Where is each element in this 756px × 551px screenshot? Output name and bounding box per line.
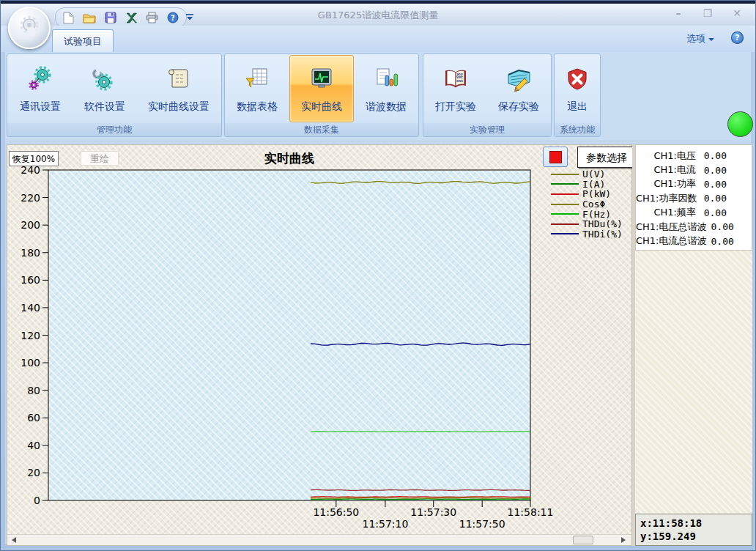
harmonic-data-icon <box>373 65 399 93</box>
app-menu-orb[interactable] <box>8 7 51 49</box>
reading-label: CH1:功率因数 <box>636 192 697 205</box>
svg-text:220: 220 <box>21 192 40 204</box>
ribbon-help-icon[interactable]: ? <box>731 32 744 44</box>
group-label-data-acquisition: 数据采集 <box>225 123 418 136</box>
horizontal-scrollbar[interactable] <box>7 534 631 545</box>
button-realtime-curve-settings[interactable]: 实时曲线设置 <box>137 56 220 122</box>
reading-value: 0.00 <box>696 207 727 218</box>
legend-label: THDi(%) <box>582 229 623 240</box>
scrollbar-thumb[interactable] <box>573 536 593 544</box>
new-document-icon[interactable] <box>63 12 74 24</box>
svg-text:40: 40 <box>27 440 40 451</box>
button-harmonic-data[interactable]: 谐波数据 <box>354 56 418 122</box>
status-indicator <box>727 111 753 137</box>
reading-label: CH1:功率 <box>636 177 696 191</box>
legend-swatch <box>551 204 579 205</box>
reading-value: 0.00 <box>696 179 727 190</box>
print-icon[interactable] <box>146 12 158 23</box>
ribbon-group-experiment: JKU VYC XSS 打开实验 <box>423 53 552 137</box>
reading-value: 0.00 <box>697 193 727 204</box>
svg-text:11:58:11: 11:58:11 <box>508 506 554 518</box>
close-button[interactable]: ✕ <box>727 7 746 20</box>
button-software-settings[interactable]: 软件设置 <box>73 56 137 122</box>
scroll-right-arrow-icon[interactable] <box>621 537 626 543</box>
reading-label: CH1:电压 <box>636 149 696 163</box>
group-label-management: 管理功能 <box>7 123 221 136</box>
plot-area[interactable] <box>49 171 530 500</box>
reading-row: CH1:功率0.00 <box>636 177 752 191</box>
curve-settings-icon <box>166 65 192 93</box>
legend-item: CosΦ <box>551 199 636 210</box>
svg-text:0: 0 <box>34 495 40 506</box>
svg-text:11:57:30: 11:57:30 <box>410 506 456 518</box>
reading-row: CH1:电压总谐波0.00 <box>636 220 752 234</box>
reading-value: 0.00 <box>696 150 727 161</box>
cursor-x: x:11:58:18 <box>640 517 747 530</box>
chart-title: 实时曲线 <box>48 150 530 167</box>
svg-text:180: 180 <box>21 247 40 259</box>
button-exit[interactable]: 退出 <box>556 56 598 122</box>
ribbon-tab-row: 试验项目 选项 ? <box>1 26 755 52</box>
svg-text:80: 80 <box>27 385 40 396</box>
button-label: 实时曲线 <box>301 100 342 114</box>
button-save-experiment[interactable]: 保存实验 <box>487 56 550 122</box>
svg-text:11:57:50: 11:57:50 <box>459 518 505 530</box>
tab-test-project[interactable]: 试验项目 <box>52 29 114 53</box>
open-folder-icon[interactable] <box>83 12 96 23</box>
reading-row: CH1:电流0.00 <box>636 163 752 177</box>
help-icon[interactable]: ? <box>167 12 179 23</box>
svg-text:11:56:50: 11:56:50 <box>313 506 359 518</box>
gears-icon <box>27 65 53 93</box>
cursor-coordinates-panel: x:11:58:18 y:159.249 <box>635 514 752 546</box>
ribbon-group-management: 通讯设置 软件设置 <box>7 53 222 137</box>
save-icon[interactable] <box>105 12 116 23</box>
legend-item: THDu(%) <box>551 219 636 229</box>
svg-text:60: 60 <box>27 412 40 424</box>
scroll-left-arrow-icon[interactable] <box>12 537 16 543</box>
main-content: 24022020018016014012010080604020011:56:5… <box>5 140 751 544</box>
button-communication-settings[interactable]: 通讯设置 <box>8 56 73 122</box>
legend-item: I(A) <box>551 180 636 190</box>
options-label: 选项 <box>686 32 705 45</box>
legend-swatch <box>551 223 579 225</box>
reading-row: CH1:电流总谐波0.00 <box>636 234 752 248</box>
legend-swatch <box>551 174 579 175</box>
legend-item: U(V) <box>551 169 636 180</box>
open-experiment-icon: JKU VYC XSS <box>442 65 469 93</box>
parameter-select-button[interactable]: 参数选择 <box>577 147 636 168</box>
reading-value: 0.00 <box>696 165 727 176</box>
ribbon-group-system: 退出 系统功能 <box>554 53 601 137</box>
button-label: 谐波数据 <box>366 100 407 114</box>
button-open-experiment[interactable]: JKU VYC XSS 打开实验 <box>424 56 487 122</box>
svg-text:11:57:10: 11:57:10 <box>362 518 408 530</box>
reading-value: 0.00 <box>707 221 734 232</box>
legend-item: THDi(%) <box>551 229 636 240</box>
legend-item: P(kW) <box>551 189 636 199</box>
chart-legend: U(V) I(A) P(kW) CosΦ F(Hz) THDu(%) THDi(… <box>551 169 636 239</box>
data-table-icon <box>244 65 270 93</box>
stop-square-icon <box>549 151 562 163</box>
side-panel-background <box>635 251 752 514</box>
ribbon-group-data-acquisition: 数据表格 实时曲线 <box>224 53 419 137</box>
reading-label: CH1:电流总谐波 <box>636 234 707 248</box>
reading-row: CH1:电压0.00 <box>636 149 752 163</box>
button-data-table[interactable]: 数据表格 <box>225 56 289 122</box>
reading-label: CH1:电压总谐波 <box>636 221 707 234</box>
reading-row: CH1:功率因数0.00 <box>636 191 752 205</box>
realtime-curve-panel: 24022020018016014012010080604020011:56:5… <box>7 144 632 546</box>
svg-text:?: ? <box>171 14 175 22</box>
maximize-button[interactable]: ❐ <box>698 7 717 20</box>
stop-button[interactable] <box>543 147 568 167</box>
excel-export-icon[interactable] <box>125 12 137 23</box>
button-label: 打开实验 <box>435 100 476 114</box>
options-menu[interactable]: 选项 <box>686 32 714 45</box>
realtime-curve-icon <box>308 65 335 93</box>
button-label: 数据表格 <box>237 100 278 114</box>
minimize-button[interactable]: – <box>669 7 688 20</box>
qat-customize-icon[interactable] <box>185 10 196 22</box>
channel-readings-panel: CH1:电压0.00 CH1:电流0.00 CH1:功率0.00 CH1:功率因… <box>635 144 752 251</box>
reading-row: CH1:频率0.00 <box>636 206 752 220</box>
button-realtime-curve[interactable]: 实时曲线 <box>289 55 354 122</box>
svg-text:160: 160 <box>21 274 40 286</box>
svg-text:100: 100 <box>21 357 40 369</box>
